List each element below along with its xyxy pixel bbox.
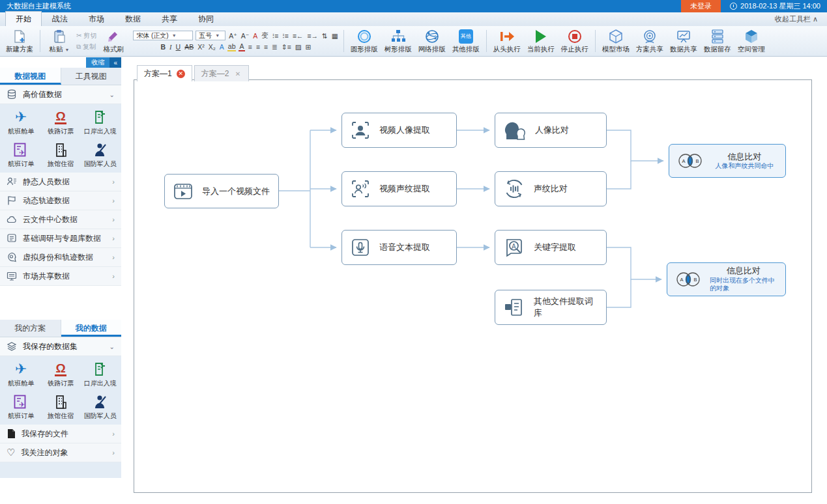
strikethrough-button[interactable]: AB (184, 43, 194, 51)
dataset-rail-ticket[interactable]: Ω铁路订票 (41, 109, 81, 136)
line-spacing-button[interactable]: ⇕≡ (281, 43, 292, 51)
font-name-select[interactable]: 宋体 (正文)▼ (133, 31, 193, 40)
paste-button[interactable]: 粘贴 ▼ (45, 28, 74, 55)
dataset-flight-manifest[interactable]: ✈航班舱单 (1, 109, 41, 136)
highlight-button[interactable]: ab (227, 42, 237, 51)
format-painter-button[interactable]: 格式刷 (99, 28, 128, 55)
dataset-military-personnel[interactable]: 国防军人员 (80, 141, 120, 169)
tab-my-plans[interactable]: 我的方案 (0, 320, 61, 337)
outdent-button[interactable]: ≡← (292, 32, 304, 40)
close-tab-icon[interactable]: ✕ (233, 70, 242, 78)
stop-button[interactable]: 停止执行 (559, 28, 590, 55)
menu-tab-market[interactable]: 市场 (78, 11, 115, 26)
new-plan-button[interactable]: 新建方案 (4, 28, 35, 55)
node-import-video-file[interactable]: 导入一个视频文件 (164, 174, 279, 208)
indent-button[interactable]: ≡→ (306, 32, 319, 40)
dataset-flight-manifest[interactable]: ✈航班舱单 (1, 361, 41, 388)
node-keyword-extract[interactable]: A 关键字提取 (495, 230, 607, 265)
node-info-compare-face-voice[interactable]: AB 信息比对 人像和声纹共同命中 (669, 144, 786, 178)
section-virtual-identity-data[interactable]: 虚拟身份和轨迹数据› (0, 248, 121, 267)
space-management-button[interactable]: 空间管理 (736, 28, 767, 55)
dataset-border-entry-exit[interactable]: 口岸出入境 (80, 109, 120, 136)
chart-board-icon (676, 29, 691, 44)
dataset-border-entry-exit[interactable]: 口岸出入境 (80, 361, 120, 388)
close-tab-icon[interactable]: ✕ (177, 70, 185, 78)
align-left-button[interactable]: ≡ (248, 43, 253, 51)
dataset-flight-order[interactable]: ✈航班订单 (1, 141, 41, 169)
section-my-followed-objects[interactable]: ♡ 我关注的对象› (0, 443, 121, 462)
superscript-button[interactable]: X² (197, 43, 205, 51)
dataset-flight-order[interactable]: ✈航班订单 (1, 393, 41, 421)
node-face-compare[interactable]: 人像比对 (495, 113, 607, 148)
data-retention-button[interactable]: 数据留存 (702, 28, 733, 55)
section-high-value-data[interactable]: 高价值数据 ⌄ (0, 85, 121, 104)
section-dynamic-track-data[interactable]: 动态轨迹数据› (0, 191, 121, 210)
flow-canvas[interactable]: 导入一个视频文件 视频人像提取 视频声纹提取 语音文本提取 人像比对 声纹比对 (134, 79, 812, 493)
menu-tab-data[interactable]: 数据 (115, 11, 151, 26)
grow-font-button[interactable]: A⁺ (228, 32, 238, 40)
plan-tab-1[interactable]: 方案—1 ✕ (137, 65, 192, 81)
model-market-button[interactable]: 模型市场 (600, 28, 631, 55)
text-outline-button[interactable]: A (219, 43, 225, 51)
copy-button[interactable]: ⧉ 复制 (76, 42, 96, 51)
network-layout-button[interactable]: 网络排版 (416, 28, 448, 55)
subscript-button[interactable]: X₂ (208, 43, 216, 51)
node-video-voiceprint-extract[interactable]: 视频声纹提取 (341, 171, 457, 206)
font-color-button[interactable]: A (239, 42, 244, 51)
font-size-select[interactable]: 五号▼ (196, 31, 225, 40)
plan-tab-2[interactable]: 方案—2 ✕ (194, 65, 250, 81)
collapse-toolbar-link[interactable]: 收起工具栏∧ (775, 14, 818, 24)
justify-button[interactable]: ≣ (271, 43, 278, 51)
section-my-saved-files[interactable]: 我保存的文件› (0, 425, 121, 443)
align-center-button[interactable]: ≡ (255, 43, 261, 51)
sidebar-collapse-button[interactable]: 收缩 « (86, 57, 121, 68)
chevron-right-icon: › (112, 178, 115, 186)
dataset-military-personnel[interactable]: 国防军人员 (80, 393, 120, 421)
section-cloud-file-data[interactable]: 云文件中心数据› (0, 210, 121, 229)
bullets-button[interactable]: ⁝≡ (272, 32, 279, 40)
menu-tab-tactics[interactable]: 战法 (42, 11, 78, 26)
circle-layout-button[interactable]: 圆形排版 (349, 28, 380, 55)
menu-tab-collab[interactable]: 协同 (188, 11, 224, 26)
table-button[interactable]: ▦ (331, 32, 339, 40)
group-font: 宋体 (正文)▼ 五号▼ A⁺ A⁻ A 变 ⁝≡ ⁝≡ ≡← ≡→ ⇅ ▦ B… (130, 27, 341, 55)
node-video-face-extract[interactable]: 视频人像提取 (341, 113, 457, 148)
dataset-rail-ticket[interactable]: Ω铁路订票 (41, 361, 81, 388)
underline-button[interactable]: U (175, 43, 182, 51)
section-market-shared-data[interactable]: 市场共享数据› (0, 267, 121, 286)
section-my-saved-datasets[interactable]: 我保存的数据集 ⌄ (0, 337, 121, 356)
run-from-start-button[interactable]: 从头执行 (491, 28, 523, 55)
login-status-badge[interactable]: 未登录 (681, 0, 721, 12)
align-right-button[interactable]: ≡ (263, 43, 268, 51)
sort-button[interactable]: ⇅ (321, 32, 328, 40)
app-title: 大数据自主建模系统 (7, 1, 71, 11)
tab-tool-view[interactable]: 工具视图 (61, 68, 122, 85)
cut-button[interactable]: ✂ 剪切 (76, 31, 96, 40)
server-stack-icon (710, 29, 725, 44)
section-static-person-data[interactable]: 静态人员数据› (0, 173, 121, 191)
tab-data-view[interactable]: 数据视图 (0, 68, 61, 85)
node-voiceprint-compare[interactable]: 声纹比对 (495, 171, 607, 206)
bold-button[interactable]: B (160, 43, 166, 51)
shrink-font-button[interactable]: A⁻ (240, 32, 250, 40)
borders-button[interactable]: ⊞ (305, 43, 312, 51)
italic-button[interactable]: I (169, 44, 173, 51)
section-research-library-data[interactable]: 基础调研与专题库数据› (0, 229, 121, 248)
tree-layout-button[interactable]: 树形排版 (383, 28, 414, 55)
menu-tab-share[interactable]: 共享 (151, 11, 188, 26)
change-case-button[interactable]: 变 (261, 31, 269, 40)
tab-my-data[interactable]: 我的数据 (61, 320, 122, 337)
dataset-hotel-stay[interactable]: 旅馆住宿 (41, 141, 81, 169)
shading-button[interactable]: ▨ (295, 43, 302, 51)
menu-tab-start[interactable]: 开始 (5, 11, 42, 26)
node-info-compare-multifile[interactable]: AB 信息比对 同时出现在多个文件中的对象 (667, 262, 786, 296)
dataset-hotel-stay[interactable]: 旅馆住宿 (41, 393, 81, 421)
node-speech-text-extract[interactable]: 语音文本提取 (341, 230, 457, 265)
node-other-file-lexicon[interactable]: 其他文件提取词库 (495, 290, 607, 325)
data-share-button[interactable]: 数据共享 (668, 28, 699, 55)
other-layout-button[interactable]: 其他 其他排版 (450, 28, 482, 55)
plan-share-button[interactable]: 方案共享 (634, 28, 665, 55)
run-current-button[interactable]: 当前执行 (525, 28, 557, 55)
text-effects-button[interactable]: A (252, 32, 258, 40)
numbering-button[interactable]: ⁝≡ (282, 32, 289, 40)
